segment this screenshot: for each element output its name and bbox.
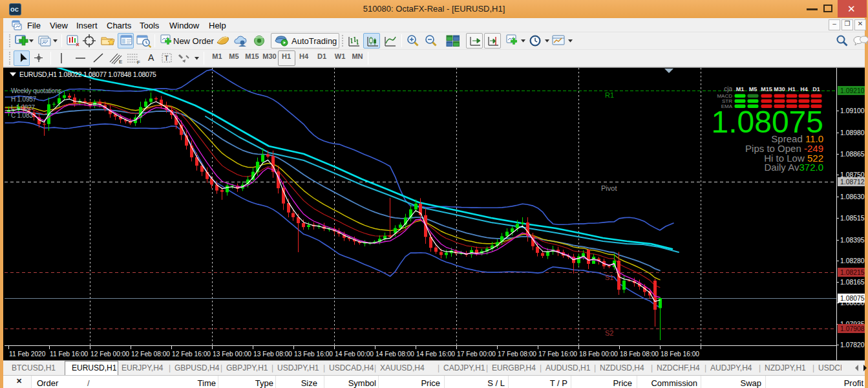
svg-text:14 Feb 00:00: 14 Feb 00:00 — [335, 350, 374, 358]
svg-text:1.08165: 1.08165 — [840, 279, 865, 286]
svg-text:R1: R1 — [605, 91, 614, 99]
svg-text:1.07820: 1.07820 — [840, 341, 865, 349]
svg-text:M5: M5 — [749, 86, 757, 92]
svg-text:11 Feb 2020: 11 Feb 2020 — [9, 350, 46, 358]
svg-text:T: T — [165, 55, 169, 62]
svg-text:1.08712: 1.08712 — [840, 178, 865, 186]
svg-text:1.08980: 1.08980 — [840, 129, 865, 136]
svg-text:13 Feb 00:00: 13 Feb 00:00 — [213, 350, 251, 358]
svg-text:1.07908: 1.07908 — [840, 325, 865, 332]
svg-text:F: F — [137, 59, 140, 65]
svg-text:L 1.0827: L 1.0827 — [11, 104, 36, 111]
svg-text:H 1.0957: H 1.0957 — [11, 96, 37, 103]
svg-text:1.09100: 1.09100 — [840, 107, 865, 114]
svg-text:cja: cja — [724, 85, 732, 92]
svg-text:Pivot: Pivot — [601, 184, 617, 192]
svg-text:1.08630: 1.08630 — [840, 193, 865, 200]
svg-text:13 Feb 16:00: 13 Feb 16:00 — [294, 350, 333, 358]
svg-text:12 Feb 00:00: 12 Feb 00:00 — [90, 350, 129, 358]
svg-text:E: E — [119, 59, 122, 65]
svg-text:1.08515: 1.08515 — [840, 215, 865, 222]
svg-text:1.08075: 1.08075 — [840, 295, 865, 302]
svg-text:Daily Av372.0: Daily Av372.0 — [765, 162, 823, 173]
svg-text:Weekly quotations: Weekly quotations — [11, 87, 61, 94]
svg-text:14 Feb 16:00: 14 Feb 16:00 — [416, 350, 455, 358]
svg-text:14 Feb 08:00: 14 Feb 08:00 — [376, 350, 414, 358]
svg-text:11 Feb 16:00: 11 Feb 16:00 — [50, 350, 89, 358]
svg-text:EURUSD,H1 1.08022 1.08077 1.0: EURUSD,H1 1.08022 1.08077 1.07848 1.0807… — [19, 71, 156, 78]
svg-text:18 Feb 08:00: 18 Feb 08:00 — [620, 350, 659, 358]
svg-text:M15: M15 — [761, 86, 772, 92]
svg-text:17 Feb 16:00: 17 Feb 16:00 — [538, 350, 577, 358]
svg-text:H4: H4 — [800, 86, 808, 92]
svg-text:S2: S2 — [605, 329, 613, 337]
svg-text:D1: D1 — [812, 86, 820, 92]
svg-text:12 Feb 16:00: 12 Feb 16:00 — [172, 350, 211, 358]
svg-text:M30: M30 — [774, 86, 785, 92]
svg-text:17 Feb 00:00: 17 Feb 00:00 — [457, 350, 496, 358]
svg-text:13 Feb 08:00: 13 Feb 08:00 — [253, 350, 292, 358]
svg-text:1.09210: 1.09210 — [840, 87, 865, 94]
svg-text:C 1.083: C 1.083 — [11, 112, 33, 119]
svg-text:1.08395: 1.08395 — [840, 237, 865, 244]
svg-text:M1: M1 — [736, 86, 745, 92]
svg-text:1.08215: 1.08215 — [840, 269, 865, 276]
svg-text:18 Feb 00:00: 18 Feb 00:00 — [579, 350, 618, 358]
svg-text:12 Feb 08:00: 12 Feb 08:00 — [131, 350, 170, 358]
svg-text:1.08865: 1.08865 — [840, 151, 865, 158]
svg-text:1.08280: 1.08280 — [840, 257, 865, 264]
svg-text:H1: H1 — [788, 86, 796, 92]
svg-text:17 Feb 08:00: 17 Feb 08:00 — [498, 350, 536, 358]
svg-text:S1: S1 — [605, 274, 613, 281]
svg-text:18 Feb 16:00: 18 Feb 16:00 — [661, 350, 699, 358]
